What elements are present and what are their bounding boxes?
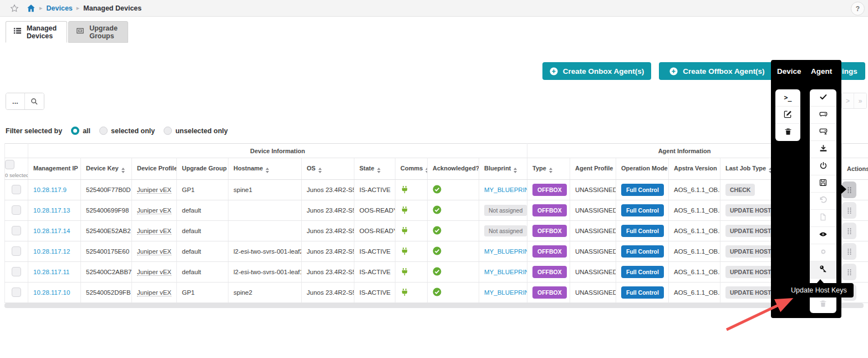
sort-icon[interactable] bbox=[266, 168, 269, 173]
management-ip-link[interactable]: 10.28.117.11 bbox=[33, 269, 69, 275]
type-badge: OFFBOX bbox=[532, 184, 567, 196]
col-upgrade-group[interactable]: Upgrade Group bbox=[177, 158, 229, 180]
agent-action-power[interactable] bbox=[810, 158, 836, 175]
col-management-ip[interactable]: Management IP bbox=[28, 158, 81, 180]
device-key: 52540052D9FB bbox=[81, 283, 132, 303]
agent-action-collect[interactable] bbox=[810, 141, 836, 158]
agent-profile: UNASSIGNED bbox=[570, 283, 616, 303]
blueprint-link[interactable]: MY_BLUEPRINT bbox=[484, 289, 527, 296]
management-ip-link[interactable]: 10.28.117.12 bbox=[33, 248, 70, 255]
plus-circle-icon bbox=[550, 67, 558, 75]
os: Junos 23.4R2-S5.6 bbox=[302, 180, 354, 200]
col-blueprint[interactable]: Blueprint bbox=[479, 158, 527, 180]
upgrade-group: default bbox=[177, 221, 229, 241]
last-job-type-badge: CHECK bbox=[725, 184, 755, 196]
agent-action-check[interactable] bbox=[810, 89, 836, 107]
sort-icon[interactable] bbox=[377, 168, 380, 173]
device-profile-link[interactable]: Juniper vEX bbox=[137, 289, 171, 296]
tab-upgrade-groups[interactable]: UpgradeGroups bbox=[68, 21, 128, 43]
drive-remove-icon bbox=[819, 127, 828, 138]
terminal-icon: >_ bbox=[784, 94, 792, 102]
device-profile-link[interactable]: Juniper vEX bbox=[137, 186, 171, 194]
operation-mode-badge: Full Control bbox=[621, 266, 664, 278]
select-all-header: 0 selected bbox=[5, 158, 28, 180]
check-icon bbox=[819, 93, 828, 103]
col-agent-profile[interactable]: Agent Profile bbox=[570, 158, 616, 180]
device-profile-link[interactable]: Juniper vEX bbox=[137, 228, 171, 235]
device-key: 525400F77B0D bbox=[81, 180, 132, 200]
device-action-delete[interactable] bbox=[775, 124, 800, 141]
row-checkbox[interactable] bbox=[12, 205, 21, 215]
pagination-next-button[interactable]: > bbox=[842, 93, 854, 108]
col-device-profile[interactable]: Device Profile bbox=[132, 158, 177, 180]
row-checkbox[interactable] bbox=[12, 288, 21, 297]
blueprint-link[interactable]: MY_BLUEPRINT bbox=[484, 248, 527, 255]
blueprint-link[interactable]: MY_BLUEPRINT bbox=[484, 269, 527, 275]
col-state[interactable]: State bbox=[354, 158, 395, 180]
blueprint-link[interactable]: MY_BLUEPRINT bbox=[484, 186, 527, 193]
row-checkbox[interactable] bbox=[12, 185, 21, 194]
col-comms[interactable]: Comms bbox=[395, 158, 428, 180]
select-all-checkbox[interactable] bbox=[5, 160, 14, 169]
device-profile-link[interactable]: Juniper vEX bbox=[137, 207, 171, 214]
filter-option-unselected-only[interactable]: unselected only bbox=[164, 127, 227, 135]
hostname: spine2 bbox=[229, 283, 302, 303]
col-os[interactable]: OS bbox=[302, 158, 354, 180]
management-ip-link[interactable]: 10.28.117.9 bbox=[33, 186, 67, 193]
management-ip-link[interactable]: 10.28.117.10 bbox=[33, 289, 70, 296]
search-button[interactable] bbox=[25, 93, 44, 109]
col-acknowledged[interactable]: Acknowledged? bbox=[428, 158, 479, 180]
help-button[interactable]: ? bbox=[851, 2, 865, 16]
col-device-key[interactable]: Device Key bbox=[81, 158, 132, 180]
os: Junos 23.4R2-S5.6 bbox=[302, 200, 354, 221]
os: Junos 23.4R2-S5.6 bbox=[302, 283, 354, 303]
col-type[interactable]: Type bbox=[527, 158, 570, 180]
row-actions-button[interactable] bbox=[842, 264, 856, 280]
favorite-star-icon[interactable] bbox=[10, 4, 19, 13]
row-actions-button[interactable] bbox=[842, 223, 856, 239]
device-action-terminal[interactable]: >_ bbox=[775, 89, 800, 107]
device-profile-link[interactable]: Juniper vEX bbox=[137, 248, 171, 255]
table-tools: ... bbox=[6, 93, 44, 110]
sort-icon[interactable] bbox=[121, 168, 125, 173]
comms-plug-icon bbox=[400, 188, 409, 195]
filter-option-all[interactable]: all bbox=[71, 127, 90, 135]
management-ip-link[interactable]: 10.28.117.13 bbox=[33, 207, 70, 214]
create-onbox-agents-button[interactable]: Create Onbox Agent(s) bbox=[542, 62, 651, 80]
agent-action-uninstall[interactable] bbox=[810, 124, 836, 141]
agent-action-update-host-keys[interactable] bbox=[810, 261, 836, 279]
sort-icon[interactable] bbox=[549, 168, 552, 173]
breadcrumb-current: Managed Devices bbox=[83, 4, 141, 12]
pagination-last-button[interactable]: » bbox=[854, 93, 866, 108]
sort-icon[interactable] bbox=[514, 168, 517, 173]
device-profile-link[interactable]: Juniper vEX bbox=[137, 269, 171, 276]
agent-action-save[interactable] bbox=[810, 175, 836, 193]
horizontal-scrollbar[interactable] bbox=[4, 303, 864, 308]
col-hostname[interactable]: Hostname bbox=[229, 158, 302, 180]
col-apstra-version[interactable]: Apstra Version bbox=[669, 158, 720, 180]
hostname: l2-esi-two-svrs-001-leaf1 bbox=[229, 262, 302, 283]
agent-action-install[interactable] bbox=[810, 107, 836, 124]
management-ip-link[interactable]: 10.28.117.14 bbox=[33, 228, 70, 234]
sort-icon[interactable] bbox=[318, 168, 322, 173]
more-options-button[interactable]: ... bbox=[6, 93, 25, 109]
col-operation-mode[interactable]: Operation Mode bbox=[616, 158, 669, 180]
plus-circle-icon bbox=[669, 67, 678, 75]
type-badge: OFFBOX bbox=[532, 266, 567, 278]
agent-profile: UNASSIGNED bbox=[570, 180, 616, 200]
row-checkbox[interactable] bbox=[12, 226, 21, 235]
breadcrumb-link-devices[interactable]: Devices bbox=[47, 4, 73, 12]
table-row: 10.28.117.12 525400175E60 Juniper vEX de… bbox=[5, 241, 868, 262]
download-icon bbox=[819, 144, 828, 155]
device-action-edit[interactable] bbox=[775, 107, 800, 124]
comms-plug-icon bbox=[400, 291, 409, 298]
tab-managed-devices[interactable]: ManagedDevices bbox=[6, 21, 67, 43]
row-checkbox[interactable] bbox=[12, 267, 21, 276]
row-actions-button[interactable] bbox=[842, 202, 856, 219]
create-offbox-agents-button[interactable]: Create Offbox Agent(s) bbox=[659, 62, 775, 80]
row-actions-button[interactable] bbox=[842, 243, 856, 260]
row-checkbox[interactable] bbox=[12, 246, 21, 256]
agent-action-view[interactable] bbox=[810, 227, 836, 244]
filter-option-selected-only[interactable]: selected only bbox=[99, 127, 155, 135]
home-icon[interactable] bbox=[27, 4, 35, 13]
